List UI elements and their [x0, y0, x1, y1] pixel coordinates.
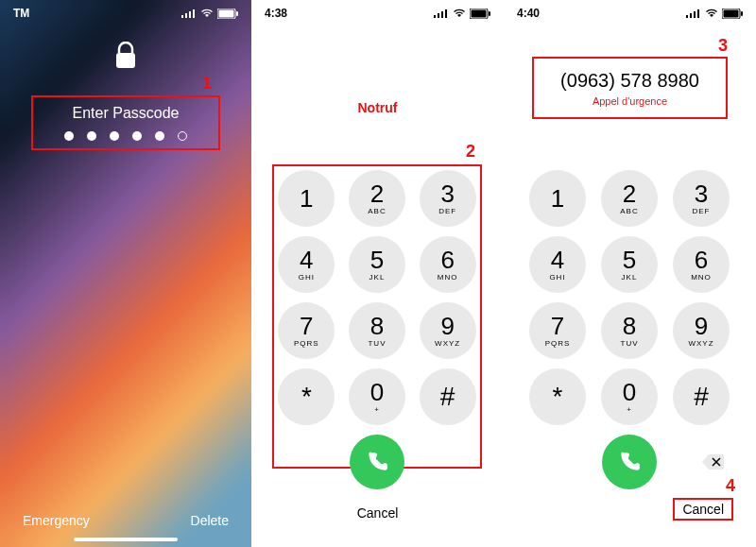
keypad-key-6[interactable]: 6MNO [673, 236, 730, 293]
svg-rect-7 [116, 53, 135, 68]
keypad-key-0[interactable]: 0+ [601, 368, 658, 425]
keypad-key-7[interactable]: 7PQRS [529, 302, 586, 359]
svg-rect-15 [686, 15, 688, 18]
home-indicator[interactable] [74, 538, 178, 541]
key-number: 2 [623, 181, 636, 206]
cancel-button[interactable]: Cancel [673, 498, 733, 521]
svg-rect-6 [236, 11, 238, 16]
signal-icon [686, 9, 701, 18]
svg-rect-10 [441, 11, 443, 18]
key-number: 4 [551, 248, 564, 272]
keypad-key-3[interactable]: 3DEF [420, 170, 476, 227]
call-row [276, 435, 478, 489]
key-number: 0 [623, 380, 636, 404]
key-number: # [440, 384, 455, 410]
keypad-box: 12ABC3DEF4GHI5JKL6MNO7PQRS8TUV9WXYZ*0+# [524, 166, 734, 469]
svg-rect-1 [185, 13, 187, 18]
keypad-key-7[interactable]: 7PQRS [278, 302, 335, 359]
svg-rect-17 [694, 11, 696, 18]
key-letters: MNO [438, 273, 458, 282]
status-icons [686, 9, 743, 19]
key-letters: JKL [622, 273, 638, 282]
svg-rect-11 [445, 9, 447, 18]
annotation-2: 2 [466, 142, 475, 162]
emergency-dialed-panel: 4:40 3 (0963) 578 8980 Appel d'urgence 1… [504, 0, 756, 547]
backspace-button[interactable] [700, 453, 727, 471]
key-number: 5 [370, 248, 384, 272]
keypad-key-8[interactable]: 8TUV [601, 302, 658, 359]
delete-button[interactable]: Delete [191, 513, 229, 528]
keypad-key-#[interactable]: # [673, 368, 730, 425]
status-icons [434, 9, 490, 19]
key-number: 2 [370, 181, 384, 206]
battery-icon [470, 9, 490, 19]
annotation-3: 3 [718, 36, 728, 56]
key-letters: PQRS [294, 339, 319, 348]
call-button[interactable] [350, 435, 404, 489]
cancel-row: Cancel [504, 498, 756, 521]
key-letters: DEF [693, 207, 711, 215]
passcode-dot [110, 131, 119, 141]
backspace-icon [701, 453, 726, 470]
keypad-grid: 12ABC3DEF4GHI5JKL6MNO7PQRS8TUV9WXYZ*0+# [526, 170, 732, 425]
svg-rect-9 [438, 13, 439, 18]
key-number: 9 [695, 314, 708, 338]
keypad-key-6[interactable]: 6MNO [420, 236, 476, 293]
emergency-button[interactable]: Emergency [23, 513, 90, 528]
keypad-key-4[interactable]: 4GHI [278, 236, 335, 293]
key-letters: WXYZ [435, 339, 460, 348]
wifi-icon [705, 9, 718, 18]
keypad-key-1[interactable]: 1 [278, 170, 335, 227]
key-number: * [553, 384, 563, 410]
svg-rect-3 [193, 9, 195, 18]
keypad-key-9[interactable]: 9WXYZ [673, 302, 730, 359]
annotation-4: 4 [726, 476, 735, 496]
status-bar: 4:40 [504, 0, 756, 26]
keypad-grid: 12ABC3DEF4GHI5JKL6MNO7PQRS8TUV9WXYZ*0+# [276, 170, 478, 425]
svg-rect-14 [489, 11, 490, 16]
key-number: 3 [695, 181, 708, 206]
keypad-key-9[interactable]: 9WXYZ [420, 302, 476, 359]
dialed-number: (0963) 578 8980 [560, 70, 699, 92]
phone-icon [365, 450, 389, 474]
keypad-key-8[interactable]: 8TUV [349, 302, 405, 359]
keypad-key-#[interactable]: # [420, 368, 476, 425]
keypad-key-*[interactable]: * [278, 368, 335, 425]
passcode-dot [155, 131, 164, 141]
svg-rect-2 [189, 11, 191, 18]
keypad-key-*[interactable]: * [529, 368, 586, 425]
key-letters: WXYZ [688, 339, 713, 348]
cancel-row: Cancel [251, 505, 504, 521]
cancel-button[interactable]: Cancel [357, 505, 399, 521]
svg-rect-13 [472, 9, 487, 17]
svg-rect-5 [219, 9, 234, 17]
key-number: 5 [623, 248, 636, 272]
emergency-subtitle: Appel d'urgence [593, 95, 667, 107]
svg-rect-0 [181, 15, 183, 18]
keypad-key-4[interactable]: 4GHI [529, 236, 586, 293]
keypad-key-0[interactable]: 0+ [349, 368, 405, 425]
keypad-key-3[interactable]: 3DEF [673, 170, 730, 227]
key-letters: MNO [691, 273, 712, 282]
keypad-key-5[interactable]: 5JKL [349, 236, 405, 293]
key-letters: GHI [549, 273, 565, 282]
key-number: 0 [370, 380, 384, 404]
key-number: 8 [370, 314, 384, 338]
key-number: 7 [300, 314, 313, 338]
svg-rect-8 [434, 15, 436, 18]
key-number: * [301, 384, 312, 410]
dialed-number-box: (0963) 578 8980 Appel d'urgence [532, 57, 728, 119]
svg-rect-18 [697, 9, 699, 18]
status-bar: 4:38 [251, 0, 504, 26]
keypad-key-5[interactable]: 5JKL [601, 236, 658, 293]
keypad-key-2[interactable]: 2ABC [601, 170, 658, 227]
status-icons [181, 9, 238, 19]
lock-icon [115, 42, 136, 70]
keypad-key-1[interactable]: 1 [529, 170, 586, 227]
keypad-key-2[interactable]: 2ABC [349, 170, 405, 227]
phone-icon [617, 450, 642, 474]
key-letters: ABC [368, 207, 386, 215]
call-button[interactable] [602, 435, 657, 489]
key-letters: PQRS [545, 339, 571, 348]
key-letters: GHI [299, 273, 315, 282]
